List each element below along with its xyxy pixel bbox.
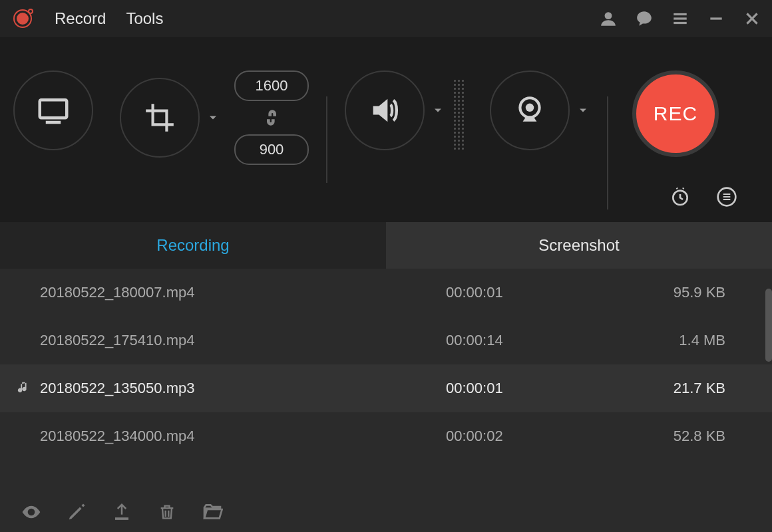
bottom-toolbar [0, 492, 772, 532]
separator [326, 96, 327, 183]
audio-dropdown-icon[interactable] [431, 104, 445, 117]
audio-level-meter [454, 80, 466, 150]
speaker-icon [367, 93, 402, 128]
file-name: 20180522_175410.mp4 [40, 332, 446, 349]
file-duration: 00:00:01 [446, 380, 646, 397]
close-icon[interactable] [743, 9, 761, 28]
region-dropdown-icon[interactable] [206, 111, 220, 124]
open-folder-icon[interactable] [201, 501, 224, 523]
file-name: 20180522_180007.mp4 [40, 284, 446, 301]
menu-record[interactable]: Record [55, 9, 106, 28]
tabs: Recording Screenshot [0, 222, 772, 269]
minimize-icon[interactable] [707, 9, 725, 28]
svg-point-13 [526, 104, 534, 112]
app-logo [11, 5, 37, 32]
file-duration: 00:00:14 [446, 332, 646, 349]
svg-point-16 [29, 510, 33, 513]
file-row[interactable]: 20180522_135050.mp300:00:0121.7 KB [0, 364, 772, 412]
tab-recording[interactable]: Recording [0, 222, 386, 269]
preview-icon[interactable] [20, 501, 43, 523]
account-icon[interactable] [599, 9, 618, 28]
delete-icon[interactable] [156, 501, 178, 523]
svg-point-2 [29, 9, 33, 13]
task-list-icon[interactable] [715, 185, 739, 209]
file-duration: 00:00:01 [446, 284, 646, 301]
edit-icon[interactable] [65, 501, 88, 523]
file-size: 95.9 KB [646, 284, 752, 301]
aspect-lock-icon[interactable] [262, 108, 282, 128]
music-note-icon [16, 380, 32, 396]
file-row[interactable]: 20180522_134000.mp400:00:0252.8 KB [0, 412, 772, 460]
hamburger-icon[interactable] [671, 9, 689, 28]
file-duration: 00:00:02 [446, 428, 646, 445]
file-name: 20180522_135050.mp3 [40, 380, 446, 397]
schedule-icon[interactable] [668, 185, 692, 209]
svg-point-3 [605, 12, 612, 19]
menu-tools[interactable]: Tools [126, 9, 163, 28]
file-size: 52.8 KB [646, 428, 752, 445]
titlebar: Record Tools [0, 0, 772, 37]
webcam-icon [513, 94, 546, 127]
height-field[interactable]: 900 [234, 134, 309, 165]
upload-icon[interactable] [110, 501, 133, 523]
file-list: 20180522_180007.mp400:00:0195.9 KB201805… [0, 269, 772, 460]
file-name: 20180522_134000.mp4 [40, 428, 446, 445]
file-size: 21.7 KB [646, 380, 752, 397]
monitor-icon [35, 92, 71, 128]
width-field[interactable]: 1600 [234, 70, 309, 101]
control-panel: 1600 900 [0, 37, 772, 222]
screen-mode-button[interactable] [13, 70, 93, 150]
audio-button[interactable] [345, 70, 425, 150]
crop-icon [143, 101, 176, 134]
svg-point-1 [17, 13, 29, 25]
file-size: 1.4 MB [646, 332, 752, 349]
svg-rect-10 [40, 100, 67, 118]
chat-icon[interactable] [635, 9, 654, 28]
record-button[interactable]: REC [632, 70, 719, 157]
webcam-button[interactable] [490, 70, 570, 150]
separator [607, 96, 608, 209]
tab-screenshot[interactable]: Screenshot [386, 222, 772, 269]
file-row[interactable]: 20180522_180007.mp400:00:0195.9 KB [0, 269, 772, 317]
webcam-dropdown-icon[interactable] [576, 104, 590, 117]
file-row[interactable]: 20180522_175410.mp400:00:141.4 MB [0, 317, 772, 364]
region-button[interactable] [120, 78, 200, 158]
